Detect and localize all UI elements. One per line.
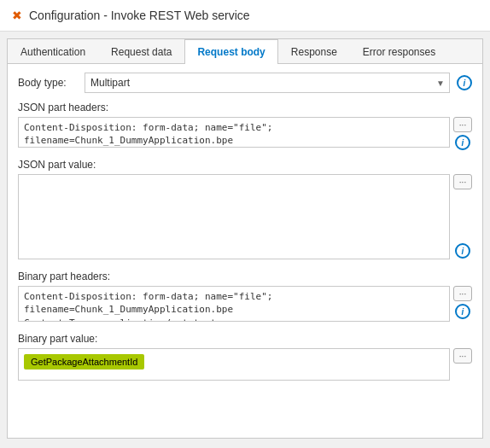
json-part-value-input[interactable]: [18, 174, 450, 259]
json-part-value-ellipsis-btn[interactable]: ···: [453, 174, 472, 189]
json-part-value-info-icon[interactable]: i: [455, 243, 470, 259]
binary-part-value-wrapper: GetPackageAttachmentId: [18, 348, 450, 381]
tab-authentication[interactable]: Authentication: [8, 39, 98, 64]
binary-part-headers-wrapper: Content-Disposition: form-data; name="fi…: [18, 286, 450, 324]
tab-response[interactable]: Response: [278, 39, 350, 64]
json-part-headers-icons: ··· i: [453, 117, 472, 150]
json-part-value-icons: ··· i: [453, 174, 472, 259]
get-package-attachment-chip[interactable]: GetPackageAttachmentId: [24, 354, 144, 369]
binary-part-headers-ellipsis-btn[interactable]: ···: [453, 286, 472, 301]
config-icon: ✖: [12, 9, 22, 22]
binary-part-headers-label: Binary part headers:: [18, 271, 472, 282]
tab-request-body[interactable]: Request body: [184, 39, 277, 64]
tab-request-data[interactable]: Request data: [98, 39, 184, 64]
json-part-value-row: ··· i: [18, 174, 472, 262]
json-part-headers-row: ··· i: [18, 117, 472, 150]
tab-bar: Authentication Request data Request body…: [8, 39, 482, 64]
json-part-value-label: JSON part value:: [18, 159, 472, 171]
page-title: Configuration - Invoke REST Web service: [29, 9, 250, 22]
binary-part-value-icons: ···: [453, 348, 472, 364]
json-part-value-wrapper: [18, 174, 450, 262]
body-type-select-wrapper: Multipart JSON XML Form Binary None ▼: [85, 73, 450, 93]
tab-error-responses[interactable]: Error responses: [350, 39, 448, 64]
binary-part-value-ellipsis-btn[interactable]: ···: [453, 348, 472, 364]
binary-part-headers-icons: ··· i: [453, 286, 472, 319]
json-part-headers-input[interactable]: [18, 117, 450, 148]
json-part-headers-label: JSON part headers:: [18, 102, 472, 113]
binary-part-headers-input[interactable]: Content-Disposition: form-data; name="fi…: [18, 286, 450, 322]
binary-part-value-row: GetPackageAttachmentId ···: [18, 348, 472, 381]
json-part-headers-wrapper: [18, 117, 450, 150]
binary-part-headers-row: Content-Disposition: form-data; name="fi…: [18, 286, 472, 324]
body-type-info-icon[interactable]: i: [457, 75, 472, 90]
tab-content: Body type: Multipart JSON XML Form Binar…: [8, 64, 482, 433]
body-type-row: Body type: Multipart JSON XML Form Binar…: [18, 73, 472, 93]
body-type-label: Body type:: [18, 77, 78, 89]
main-container: Authentication Request data Request body…: [7, 38, 483, 439]
binary-part-value-label: Binary part value:: [18, 333, 472, 345]
json-part-headers-ellipsis-btn[interactable]: ···: [453, 117, 472, 132]
json-part-headers-info-icon[interactable]: i: [455, 135, 470, 150]
binary-part-headers-info-icon[interactable]: i: [455, 304, 470, 319]
body-type-select[interactable]: Multipart JSON XML Form Binary None: [85, 73, 450, 93]
title-bar: ✖ Configuration - Invoke REST Web servic…: [0, 0, 490, 32]
